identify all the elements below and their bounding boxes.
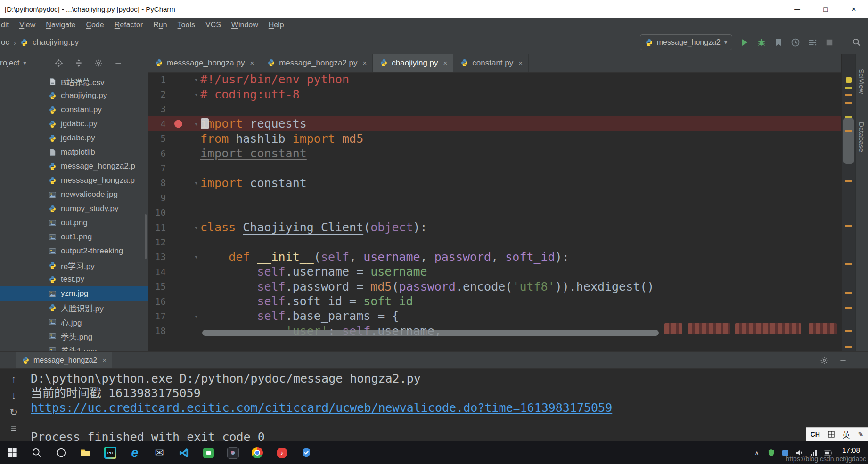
menu-item-code[interactable]: Code <box>81 21 109 29</box>
taskbar-explorer-icon[interactable] <box>74 441 98 464</box>
ime-grid-icon[interactable] <box>828 431 835 438</box>
line-number[interactable]: 4 <box>148 119 166 129</box>
menu-item-refactor[interactable]: Refactor <box>109 21 148 29</box>
gutter-cell[interactable] <box>166 324 200 338</box>
editor-tab-constant-py[interactable]: constant.py× <box>453 54 529 72</box>
gutter-cell[interactable]: ▾ <box>166 72 200 87</box>
hide-panel-icon[interactable] <box>839 356 847 365</box>
chevron-down-icon[interactable]: ▾ <box>24 60 26 66</box>
line-number[interactable]: 16 <box>148 296 166 307</box>
line-number[interactable]: 15 <box>148 281 166 292</box>
code-line[interactable]: 11▾class Chaojiying_Client(object): <box>148 220 842 235</box>
file-item[interactable]: out.png <box>0 216 148 230</box>
line-number[interactable]: 5 <box>148 133 166 144</box>
stripe-mark[interactable] <box>845 130 852 132</box>
fold-icon[interactable]: ▾ <box>194 91 198 98</box>
code-editor[interactable]: 1▾#!/usr/bin/env python2▾# coding:utf-83… <box>148 72 842 351</box>
toolwindow-database[interactable]: Database <box>858 122 866 152</box>
debug-button[interactable] <box>757 38 766 47</box>
code-line[interactable]: 8▾import constant <box>148 176 842 190</box>
line-number[interactable]: 13 <box>148 252 166 262</box>
stripe-mark[interactable] <box>845 307 852 309</box>
taskbar-app-shield-icon[interactable] <box>294 441 319 464</box>
line-number[interactable]: 2 <box>148 89 166 99</box>
fold-icon[interactable]: ▾ <box>194 312 198 319</box>
gutter-cell[interactable]: ▾ <box>166 309 200 323</box>
gutter-cell[interactable]: ▾ <box>166 250 200 264</box>
ime-pen-icon[interactable]: ✎ <box>858 431 864 438</box>
code-line[interactable]: 5from hashlib import md5 <box>148 131 842 146</box>
close-icon[interactable]: × <box>518 59 523 67</box>
close-icon[interactable]: × <box>102 356 106 364</box>
tray-shield-icon[interactable] <box>767 449 775 456</box>
horizontal-scrollbar[interactable] <box>202 330 659 336</box>
taskbar-search-icon[interactable] <box>25 441 49 464</box>
editor-tab-message_hongza2-py[interactable]: message_hongza2.py× <box>260 54 373 72</box>
gutter-cell[interactable]: ▾ <box>166 116 200 131</box>
file-item[interactable]: message_hongza2.p <box>0 159 148 173</box>
menu-item-dit[interactable]: dit <box>0 21 14 29</box>
menu-item-window[interactable]: Window <box>226 21 263 29</box>
line-number[interactable]: 9 <box>148 193 166 203</box>
gutter-cell[interactable] <box>166 190 200 205</box>
coverage-button[interactable] <box>774 38 783 47</box>
menu-item-help[interactable]: Help <box>263 21 289 29</box>
code-line[interactable]: 6import constant <box>148 146 842 161</box>
code-line[interactable]: 16 self.soft_id = soft_id <box>148 294 842 309</box>
scrollbar-error-stripe[interactable] <box>841 54 856 351</box>
breakpoint-dot[interactable] <box>174 120 182 128</box>
fold-icon[interactable]: ▾ <box>194 120 198 127</box>
close-icon[interactable]: × <box>250 59 254 67</box>
run-button[interactable] <box>740 38 749 47</box>
file-item[interactable]: matplotlib <box>0 145 148 159</box>
file-item[interactable]: output2-threeking <box>0 244 148 258</box>
fold-icon[interactable]: ▾ <box>194 224 198 231</box>
file-item[interactable]: re学习.py <box>0 258 148 272</box>
file-item[interactable]: 拳头1.png <box>0 343 148 351</box>
stripe-mark[interactable] <box>845 180 852 182</box>
stripe-mark[interactable] <box>845 116 852 118</box>
line-number[interactable]: 1 <box>148 74 166 85</box>
gutter-cell[interactable] <box>166 235 200 249</box>
file-item[interactable]: yzm.jpg <box>0 286 148 301</box>
taskbar-mail-icon[interactable]: ✉ <box>147 441 172 464</box>
code-line[interactable]: 12 <box>148 235 842 249</box>
file-item[interactable]: newvalicode.jpg <box>0 187 148 202</box>
file-item[interactable]: jgdabc..py <box>0 117 148 131</box>
menu-item-vcs[interactable]: VCS <box>200 21 226 29</box>
gutter-cell[interactable] <box>166 131 200 146</box>
taskbar-task-view-icon[interactable] <box>49 441 74 464</box>
stripe-mark[interactable] <box>845 225 852 227</box>
breadcrumb-file[interactable]: chaojiying.py <box>33 38 79 47</box>
collapse-all-icon[interactable] <box>74 59 83 67</box>
file-item[interactable]: B站弹幕.csv <box>0 74 148 89</box>
gutter-cell[interactable]: ▾ <box>166 176 200 190</box>
code-line[interactable]: 13▾ def __init__(self, username, passwor… <box>148 250 842 264</box>
taskbar-app-green-icon[interactable] <box>196 441 221 464</box>
ime-toolbar[interactable]: CH 英 ✎ <box>806 427 868 441</box>
line-number[interactable]: 7 <box>148 163 166 173</box>
rerun-icon[interactable]: ↻ <box>9 407 18 417</box>
breadcrumb-root[interactable]: oc <box>1 38 9 47</box>
taskbar-app-dark-icon[interactable] <box>221 441 245 464</box>
menu-item-navigate[interactable]: Navigate <box>41 21 81 29</box>
fold-icon[interactable]: ▾ <box>194 76 198 83</box>
gear-icon[interactable] <box>94 59 103 67</box>
taskbar-pycharm-icon[interactable]: PC <box>98 441 123 464</box>
console-link[interactable]: https://uc.creditcard.ecitic.com/citicca… <box>31 400 868 415</box>
line-number[interactable]: 3 <box>148 104 166 114</box>
file-item[interactable]: numpy_study.py <box>0 202 148 216</box>
code-line[interactable]: 1▾#!/usr/bin/env python <box>148 72 842 87</box>
concurrency-button[interactable] <box>808 38 817 47</box>
menu-item-view[interactable]: View <box>14 21 41 29</box>
hide-panel-icon[interactable] <box>114 59 123 67</box>
code-line[interactable]: 10 <box>148 205 842 220</box>
clock[interactable]: 17:08 <box>839 446 863 454</box>
ime-lang-en[interactable]: 英 <box>843 430 850 440</box>
file-item[interactable]: constant.py <box>0 103 148 117</box>
code-line[interactable]: 2▾# coding:utf-8 <box>148 87 842 101</box>
file-item[interactable]: 拳头.png <box>0 329 148 343</box>
line-number[interactable]: 17 <box>148 311 166 321</box>
taskbar-edge-icon[interactable]: e <box>123 441 147 464</box>
close-icon[interactable]: × <box>363 59 367 67</box>
